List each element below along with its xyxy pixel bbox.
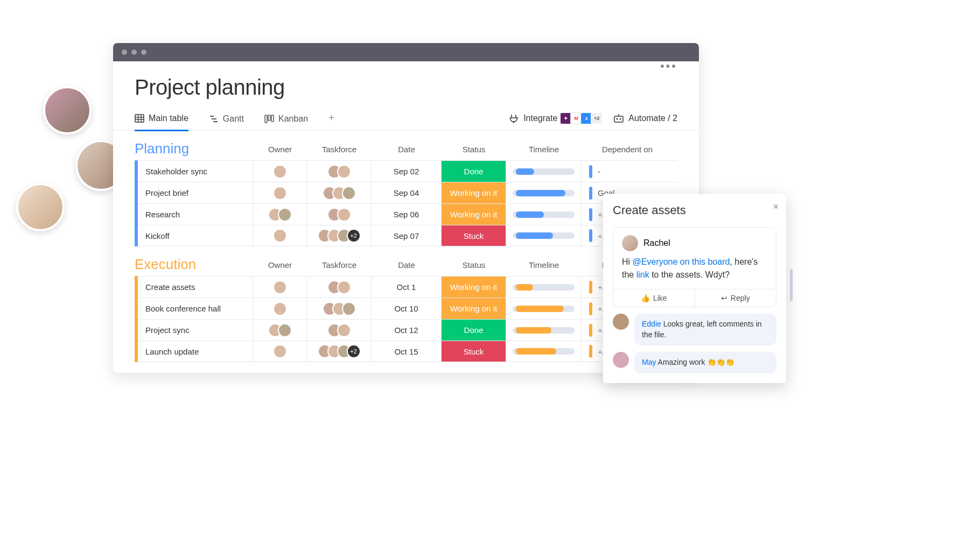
date-cell[interactable]: Sep 04 — [372, 182, 442, 203]
tab-main-table[interactable]: Main table — [135, 111, 188, 131]
mention[interactable]: @Everyone on this board — [633, 257, 730, 266]
dependent-cell[interactable]: - — [582, 161, 673, 182]
owner-cell[interactable] — [253, 161, 307, 182]
table-row[interactable]: Kickoff +2 Sep 07 Stuck +Add — [138, 225, 677, 246]
owner-cell[interactable] — [253, 298, 307, 319]
taskforce-cell[interactable] — [307, 182, 372, 203]
group-title[interactable]: Execution — [135, 256, 253, 273]
avatar — [613, 314, 629, 330]
comment-card: Rachel Hi @Everyone on this board, here'… — [613, 227, 776, 307]
task-name[interactable]: Research — [138, 204, 253, 225]
table-row[interactable]: Book conference hall Oct 10 Working on i… — [138, 298, 677, 319]
task-name[interactable]: Kickoff — [138, 225, 253, 246]
task-name[interactable]: Create assets — [138, 277, 253, 298]
avatar — [278, 323, 292, 337]
reply-button[interactable]: ↩ Reply — [695, 289, 776, 307]
table-row[interactable]: Project brief Sep 04 Working on it Goal — [138, 182, 677, 203]
task-name[interactable]: Launch update — [138, 341, 253, 362]
taskforce-cell[interactable] — [307, 277, 372, 298]
table-row[interactable]: Stakeholder sync Sep 02 Done - — [138, 160, 677, 182]
avatar — [273, 229, 287, 243]
owner-cell[interactable] — [253, 277, 307, 298]
page-title: Project planning — [113, 75, 699, 100]
reply-bubble: May Amazing work 👏👏👏 — [634, 352, 776, 373]
like-icon: 👍 — [641, 294, 650, 302]
more-menu-icon[interactable]: ••• — [660, 59, 677, 73]
status-cell[interactable]: Done — [442, 320, 506, 341]
table-row[interactable]: Project sync Oct 12 Done +Add — [138, 319, 677, 341]
panel-title: Create assets — [613, 203, 776, 217]
taskforce-cell[interactable] — [307, 161, 372, 182]
taskforce-cell[interactable] — [307, 320, 372, 341]
dep-indicator — [589, 324, 592, 337]
window-dot — [141, 49, 146, 55]
svg-point-13 — [620, 118, 621, 119]
timeline-cell[interactable] — [506, 277, 582, 298]
status-cell[interactable]: Stuck — [442, 341, 506, 362]
svg-rect-0 — [135, 115, 144, 122]
column-header: Timeline — [506, 145, 582, 157]
reply-item: Eddie Looks great, left comments in the … — [613, 314, 776, 345]
date-cell[interactable]: Oct 15 — [372, 341, 442, 362]
table-row[interactable]: Research Sep 06 Working on it +Add — [138, 203, 677, 225]
taskforce-cell[interactable] — [307, 204, 372, 225]
status-cell[interactable]: Working on it — [442, 298, 506, 319]
timeline-cell[interactable] — [506, 161, 582, 182]
status-cell[interactable]: Stuck — [442, 225, 506, 246]
avatar-more[interactable]: +2 — [347, 229, 361, 243]
task-name[interactable]: Project brief — [138, 182, 253, 203]
date-cell[interactable]: Oct 10 — [372, 298, 442, 319]
avatar — [337, 165, 351, 179]
date-cell[interactable]: Sep 06 — [372, 204, 442, 225]
automate-button[interactable]: Automate / 2 — [613, 113, 677, 124]
taskforce-cell[interactable] — [307, 298, 372, 319]
owner-cell[interactable] — [253, 182, 307, 203]
taskforce-cell[interactable]: +2 — [307, 341, 372, 362]
task-name[interactable]: Project sync — [138, 320, 253, 341]
tab-kanban[interactable]: Kanban — [264, 112, 308, 130]
status-cell[interactable]: Done — [442, 161, 506, 182]
timeline-cell[interactable] — [506, 182, 582, 203]
avatar — [16, 183, 65, 231]
table-row[interactable]: Create assets Oct 1 Working on it +Add — [138, 276, 677, 298]
table-row[interactable]: Launch update +2 Oct 15 Stuck +Add — [138, 341, 677, 362]
reply-icon: ↩ — [721, 294, 727, 302]
integrate-button[interactable]: Integrate ✦ M z +2 — [508, 112, 603, 124]
dep-indicator — [589, 302, 592, 315]
owner-cell[interactable] — [253, 320, 307, 341]
status-cell[interactable]: Working on it — [442, 182, 506, 203]
task-name[interactable]: Book conference hall — [138, 298, 253, 319]
avatar — [278, 208, 292, 222]
avatar-more[interactable]: +2 — [347, 344, 361, 358]
scrollbar[interactable] — [790, 269, 793, 301]
like-button[interactable]: 👍 Like — [613, 289, 695, 307]
automate-icon — [613, 113, 624, 124]
avatar — [273, 344, 287, 358]
owner-cell[interactable] — [253, 225, 307, 246]
link[interactable]: link — [636, 270, 649, 279]
avatar — [337, 280, 351, 294]
taskforce-cell[interactable]: +2 — [307, 225, 372, 246]
add-view-button[interactable]: + — [328, 112, 334, 129]
date-cell[interactable]: Sep 07 — [372, 225, 442, 246]
timeline-cell[interactable] — [506, 204, 582, 225]
date-cell[interactable]: Oct 12 — [372, 320, 442, 341]
window-titlebar — [113, 43, 699, 61]
timeline-cell[interactable] — [506, 298, 582, 319]
reply-author[interactable]: Eddie — [642, 320, 661, 328]
group-title[interactable]: Planning — [135, 140, 253, 157]
task-name[interactable]: Stakeholder sync — [138, 161, 253, 182]
owner-cell[interactable] — [253, 341, 307, 362]
date-cell[interactable]: Oct 1 — [372, 277, 442, 298]
reply-author[interactable]: May — [642, 358, 656, 366]
timeline-cell[interactable] — [506, 225, 582, 246]
tab-gantt[interactable]: Gantt — [209, 112, 244, 130]
avatar — [337, 208, 351, 222]
timeline-cell[interactable] — [506, 341, 582, 362]
close-icon[interactable]: × — [773, 201, 779, 213]
owner-cell[interactable] — [253, 204, 307, 225]
timeline-cell[interactable] — [506, 320, 582, 341]
status-cell[interactable]: Working on it — [442, 277, 506, 298]
status-cell[interactable]: Working on it — [442, 204, 506, 225]
date-cell[interactable]: Sep 02 — [372, 161, 442, 182]
